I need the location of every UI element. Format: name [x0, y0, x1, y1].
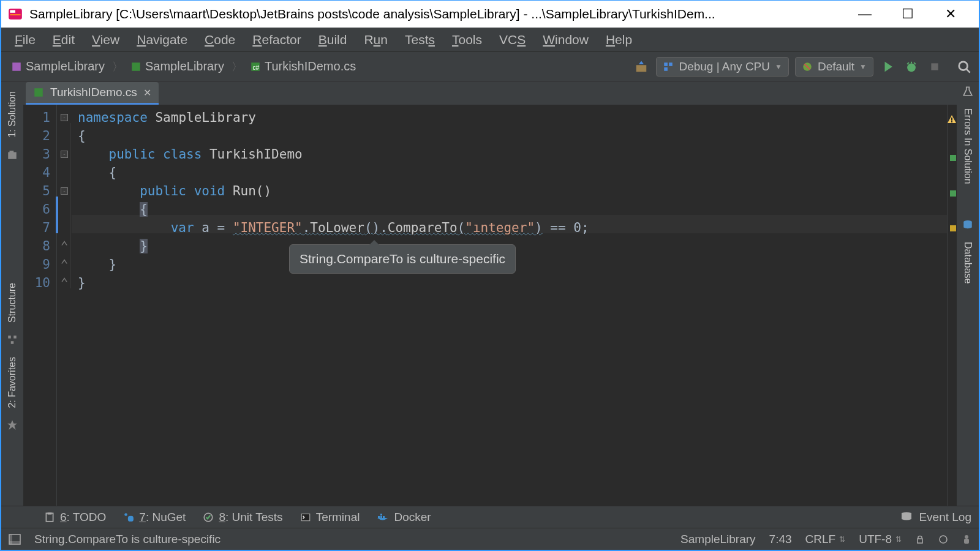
menu-help[interactable]: Help [598, 29, 639, 51]
breadcrumb-file[interactable]: c# TurkishIDemo.cs [246, 57, 360, 76]
stop-button[interactable] [926, 58, 943, 75]
line-separator[interactable]: CRLF ⇅ [805, 533, 846, 546]
toolbar-right: Debug | Any CPU ▼ Default ▼ [633, 57, 973, 77]
structure-tab[interactable]: Structure [6, 277, 19, 329]
hector-icon[interactable] [962, 534, 971, 545]
menu-build[interactable]: Build [311, 29, 355, 51]
svg-rect-7 [636, 65, 647, 72]
favorites-tab[interactable]: 2: Favorites [6, 351, 19, 414]
fold-toggle-icon[interactable]: - [61, 114, 68, 121]
solution-tab[interactable]: 1: Solution [6, 85, 19, 144]
stripe-marker[interactable] [950, 155, 956, 161]
app-icon [7, 6, 23, 22]
caret-position[interactable]: 7:43 [769, 533, 792, 546]
svg-point-38 [940, 536, 947, 543]
svg-rect-32 [383, 516, 385, 518]
menu-run[interactable]: Run [356, 29, 395, 51]
docker-tab[interactable]: Docker [377, 511, 431, 524]
menu-code[interactable]: Code [197, 29, 243, 51]
svg-rect-40 [964, 539, 969, 544]
stripe-marker[interactable] [950, 225, 956, 231]
class-name: TurkishIDemo [209, 147, 303, 162]
code-text[interactable]: namespace SampleLibrary { public class T… [72, 105, 947, 506]
svg-rect-18 [13, 335, 17, 339]
breadcrumb-file-label: TurkishIDemo.cs [265, 59, 356, 73]
close-tab-button[interactable]: ✕ [143, 87, 151, 99]
csproj-icon [130, 61, 141, 72]
menu-window[interactable]: Window [535, 29, 596, 51]
close-button[interactable]: ✕ [938, 6, 963, 22]
menu-tests[interactable]: Tests [398, 29, 442, 51]
svg-rect-3 [12, 62, 21, 71]
svg-rect-10 [665, 67, 668, 71]
terminal-tab[interactable]: Terminal [300, 511, 360, 524]
toolbar: SampleLibrary 〉 SampleLibrary 〉 c# Turki… [1, 52, 979, 81]
warning-summary-icon[interactable] [947, 111, 957, 121]
status-context[interactable]: SampleLibrary [680, 533, 756, 546]
debug-button[interactable] [903, 58, 920, 75]
event-log-tab[interactable]: Event Log [919, 511, 971, 524]
menu-navigate[interactable]: Navigate [129, 29, 195, 51]
breadcrumb-root[interactable]: SampleLibrary [7, 57, 108, 76]
structure-icon[interactable] [6, 334, 18, 346]
toolwindows-button[interactable] [9, 534, 21, 545]
config-selector[interactable]: Debug | Any CPU ▼ [656, 57, 788, 77]
keyword-namespace: namespace [78, 110, 148, 125]
fold-toggle-icon[interactable]: - [61, 187, 68, 195]
paren: ( [458, 220, 466, 235]
file-tab[interactable]: TurkishIDemo.cs ✕ [26, 82, 159, 105]
keyword-public: public [109, 147, 156, 162]
chevron-down-icon: ▼ [775, 62, 782, 71]
operator: (). [364, 220, 388, 235]
minimize-button[interactable]: — [853, 6, 877, 22]
string-literal: "ınteger" [465, 220, 535, 235]
menu-vcs[interactable]: VCS [492, 29, 533, 51]
eventlog-icon [900, 512, 913, 523]
svg-text:c#: c# [252, 64, 259, 70]
errors-tab[interactable]: Errors In Solution [961, 102, 974, 190]
unit-tests-tab[interactable]: 8: Unit Tests [203, 511, 282, 524]
nuget-tab[interactable]: 7: NuGet [123, 511, 186, 524]
database-icon[interactable] [962, 219, 974, 231]
fold-toggle-icon[interactable]: - [61, 151, 68, 158]
window-controls: — ☐ ✕ [853, 6, 963, 22]
solution-icon[interactable] [6, 149, 18, 161]
svg-rect-29 [301, 514, 310, 520]
window-titlebar: SampleLibrary [C:\Users\maart\Desktop\Je… [1, 1, 979, 28]
menu-tools[interactable]: Tools [445, 29, 489, 51]
encoding[interactable]: UTF-8 ⇅ [859, 533, 902, 546]
error-stripe[interactable] [947, 105, 957, 506]
build-button[interactable] [633, 58, 650, 75]
star-icon[interactable] [6, 419, 18, 431]
menu-view[interactable]: View [85, 29, 127, 51]
run-button[interactable] [880, 58, 897, 75]
run-profile-selector[interactable]: Default ▼ [795, 57, 873, 77]
database-tab[interactable]: Database [961, 236, 974, 290]
namespace-name: SampleLibrary [155, 110, 255, 125]
flask-icon[interactable] [962, 85, 974, 97]
code-editor[interactable]: 12345678910 - - - ⌃ ⌃ ⌃ namespace Sample… [23, 105, 957, 506]
menu-refactor[interactable]: Refactor [245, 29, 308, 51]
todo-tab[interactable]: 6: TODO [44, 511, 106, 524]
search-button[interactable] [956, 58, 973, 75]
method-name: Run() [233, 184, 271, 198]
method-call: ToLower [310, 220, 364, 235]
todo-icon [44, 512, 55, 523]
line-numbers: 12345678910 [23, 105, 57, 506]
menu-edit[interactable]: Edit [45, 29, 82, 51]
svg-rect-16 [10, 151, 14, 152]
editor-area: TurkishIDemo.cs ✕ 12345678910 - - - ⌃ ⌃ … [23, 81, 957, 506]
indicator-icon[interactable] [938, 534, 948, 544]
breadcrumb-project[interactable]: SampleLibrary [127, 57, 228, 76]
keyword-void: void [194, 184, 225, 198]
status-message: String.CompareTo is culture-specific [34, 533, 221, 546]
svg-rect-2 [10, 14, 20, 15]
config-label: Debug | Any CPU [679, 60, 770, 73]
svg-rect-22 [951, 121, 952, 122]
svg-rect-36 [9, 541, 20, 544]
svg-rect-25 [48, 512, 52, 514]
menu-file[interactable]: File [7, 29, 43, 51]
maximize-button[interactable]: ☐ [895, 6, 920, 22]
lock-icon[interactable] [915, 534, 925, 544]
stripe-marker[interactable] [950, 190, 956, 197]
